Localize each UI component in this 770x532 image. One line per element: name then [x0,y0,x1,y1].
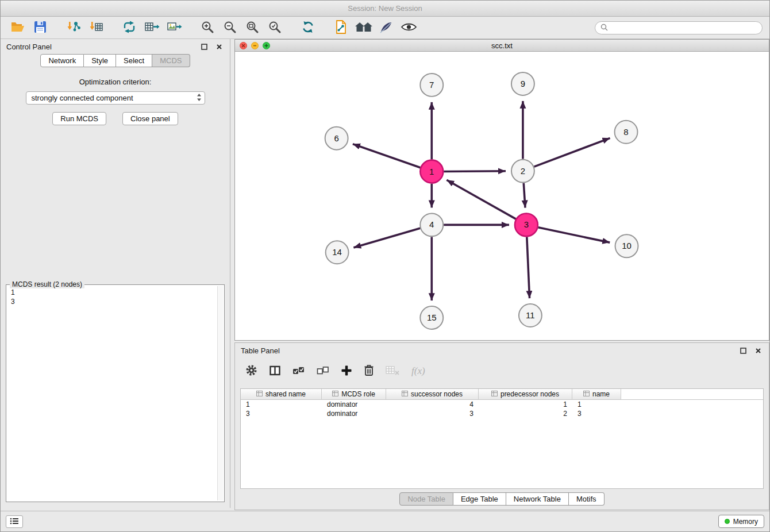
graph-edge-1-6[interactable] [353,144,421,168]
float-table-panel-button[interactable] [738,345,748,356]
graph-edge-3-11[interactable] [527,237,530,298]
close-panel-button[interactable] [214,41,224,52]
network-window-title: scc.txt [491,41,513,50]
table-tab-node-table[interactable]: Node Table [399,492,453,506]
graph-edge-3-10[interactable] [538,228,610,242]
show-graphics-button[interactable] [398,19,419,37]
graph-edge-3-1[interactable] [446,180,515,219]
search-input[interactable] [611,24,757,32]
graph-node-8[interactable]: 8 [615,121,638,144]
floppy-disk-icon [34,21,47,35]
graph-node-14[interactable]: 14 [326,241,349,264]
import-network-icon [66,20,81,36]
circular-arrows-icon [122,20,136,36]
column-header-successor-nodes[interactable]: successor nodes [386,389,479,399]
tab-style[interactable]: Style [84,54,116,67]
graph-node-11[interactable]: 11 [519,304,542,327]
import-style-button[interactable] [331,19,352,37]
table-tab-network-table[interactable]: Network Table [506,492,569,506]
window-title: Session: New Session [348,4,422,13]
zoom-fit-button[interactable] [242,19,263,37]
deselect-all-columns-button[interactable] [317,365,329,378]
export-image-button[interactable] [164,19,184,37]
paint-style-button[interactable] [376,19,396,37]
zoom-out-button[interactable] [220,19,240,37]
graph-edge-2-8[interactable] [534,138,610,167]
tab-mcds[interactable]: MCDS [152,54,190,67]
import-table-button[interactable] [86,19,106,37]
save-session-button[interactable] [30,19,51,37]
table-cell: 3 [241,409,322,418]
graph-node-6[interactable]: 6 [325,127,348,150]
network-graph[interactable]: 7968124314101511 [235,52,769,340]
result-scrollbar[interactable] [217,286,223,500]
node-table[interactable]: shared nameMCDS rolesuccessor nodesprede… [240,388,764,489]
memory-status-dot [725,519,730,524]
panel-menu-button[interactable] [6,515,23,528]
window-titlebar: Session: New Session [1,1,769,17]
float-panel-button[interactable] [199,41,209,52]
table-row[interactable]: 3dominator323 [241,409,763,418]
mcds-result-box: MCDS result (2 nodes) 1 3 [6,284,225,502]
graph-node-4[interactable]: 4 [420,213,443,236]
graph-node-label: 8 [623,127,628,137]
delete-column-button[interactable] [364,364,374,378]
table-settings-button[interactable] [245,364,257,378]
graph-node-label: 4 [429,219,434,229]
network-canvas[interactable]: 7968124314101511 [235,52,769,340]
control-panel-header: Control Panel [1,39,230,54]
tab-network[interactable]: Network [40,54,84,67]
column-header-shared-name[interactable]: shared name [241,389,322,399]
table-mode-button[interactable] [269,365,281,378]
graph-edge-2-3[interactable] [523,183,525,208]
apply-layout-button[interactable] [298,19,318,37]
graph-edge-1-2[interactable] [444,171,506,172]
node-table-body: 1dominator4113dominator323 [241,400,763,418]
table-cell: 1 [572,400,621,409]
memory-button[interactable]: Memory [718,515,764,528]
graph-node-2[interactable]: 2 [511,160,534,183]
gear-icon [245,369,257,378]
zoom-in-button[interactable] [197,19,218,37]
table-tab-edge-table[interactable]: Edge Table [453,492,506,506]
table-row[interactable]: 1dominator411 [241,400,763,409]
eye-icon [401,22,417,34]
column-header-name[interactable]: name [572,389,621,399]
graph-edge-4-14[interactable] [353,228,420,248]
add-column-button[interactable] [341,365,352,378]
close-window-button[interactable] [240,42,247,49]
close-panel-action-button[interactable]: Close panel [122,112,178,125]
home-button[interactable] [353,19,374,37]
export-table-button[interactable] [141,19,162,37]
graph-node-1[interactable]: 1 [420,160,443,183]
zoom-selected-button[interactable] [264,19,285,37]
minimize-window-button[interactable] [251,42,259,49]
column-header-label: MCDS role [341,390,375,398]
column-header-mcds-role[interactable]: MCDS role [322,389,386,399]
maximize-window-button[interactable] [263,42,270,49]
close-table-panel-button[interactable] [753,345,763,356]
search-field[interactable] [595,21,763,34]
table-cell: 1 [241,400,322,409]
optimization-criterion-select[interactable]: strongly connected component [26,91,205,105]
export-network-button[interactable] [119,19,140,37]
function-builder-button[interactable]: f(x) [411,365,425,377]
tab-select[interactable]: Select [116,54,152,67]
table-tab-motifs[interactable]: Motifs [569,492,605,506]
graph-node-15[interactable]: 15 [420,306,443,329]
plus-icon [341,369,352,378]
graph-node-label: 9 [521,79,525,88]
column-header-label: predecessor nodes [500,390,559,398]
column-header-predecessor-nodes[interactable]: predecessor nodes [479,389,572,399]
graph-node-10[interactable]: 10 [615,234,638,257]
graph-node-7[interactable]: 7 [420,74,443,97]
import-network-button[interactable] [63,19,84,37]
toolbar-separator [186,28,195,28]
graph-node-9[interactable]: 9 [511,72,534,95]
run-mcds-button[interactable]: Run MCDS [52,112,106,125]
delete-table-button-disabled[interactable] [386,365,400,377]
open-session-button[interactable] [7,19,28,37]
graph-node-3[interactable]: 3 [515,213,538,236]
graph-node-label: 6 [334,133,338,143]
select-all-columns-button[interactable] [292,365,305,378]
